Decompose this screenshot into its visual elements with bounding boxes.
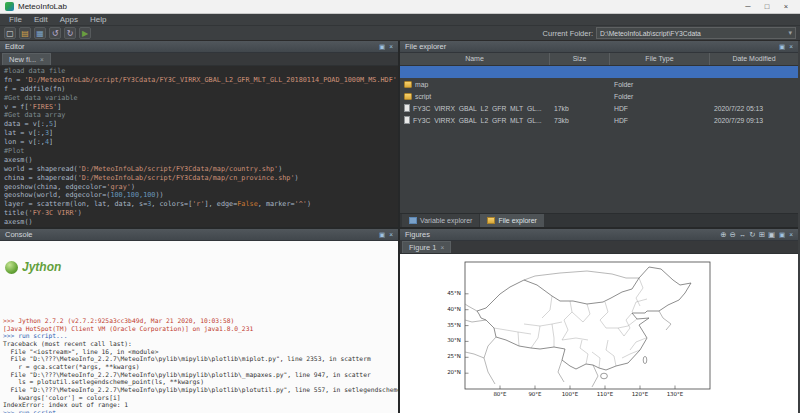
grid-icon[interactable]: ⊞: [759, 230, 765, 240]
editor-panel: Editor ▣ × New fi... × #load data filefn…: [0, 41, 398, 229]
tab-label: File explorer: [498, 217, 537, 224]
code-line: geoshow(china, edgecolor='gray'): [4, 183, 398, 192]
x-tick-label: 100°E: [553, 391, 587, 397]
code-lines[interactable]: #load data filefn = 'D:/MeteoInfoLab/scr…: [0, 66, 398, 227]
close-icon[interactable]: ×: [441, 244, 445, 251]
close-icon[interactable]: ×: [40, 56, 44, 63]
panel-close-icon[interactable]: ×: [389, 230, 393, 240]
file-row[interactable]: script Folder: [400, 90, 798, 102]
file-type: HDF: [610, 105, 710, 112]
panel-close-icon[interactable]: ×: [789, 42, 793, 52]
zoom-in-icon[interactable]: ⊕: [720, 230, 726, 240]
console-output: >>> Jython 2.7.2 (v2.7.2:925a3cc3b49d, M…: [3, 294, 398, 413]
column-header[interactable]: Name: [400, 53, 550, 65]
code-line: data = v[:,5]: [4, 120, 398, 129]
figure-toolbar: ⊕⊖↔↻⊞▣: [720, 230, 775, 240]
panel-close-icon[interactable]: ×: [789, 230, 793, 240]
jython-wordmark: Jython: [22, 264, 61, 272]
console-line: IndexError: index out of range: 1: [3, 401, 398, 409]
file-explorer-panel: File explorer ▣ × NameSizeFile TypeDate …: [400, 41, 798, 229]
explorer-tabs: Variable explorer File explorer: [400, 213, 798, 227]
open-file-icon[interactable]: ▤: [19, 27, 31, 39]
toolbar-icons: ▢▤▦↺↻▶: [4, 27, 91, 39]
code-line: f = addfile(fn): [4, 85, 398, 94]
file-size: 17kb: [550, 105, 610, 112]
title-bar: MeteoInfoLab ─ □ ×: [0, 0, 800, 14]
save-icon[interactable]: ▦: [34, 27, 46, 39]
file-type: HDF: [610, 117, 710, 124]
x-tick-label: 110°E: [588, 391, 622, 397]
file-name: script: [415, 93, 431, 100]
zoom-out-icon[interactable]: ⊖: [730, 230, 736, 240]
editor-tab-row: New fi... ×: [0, 53, 398, 66]
panel-float-icon[interactable]: ▣: [779, 230, 785, 240]
menu-item[interactable]: File: [3, 15, 28, 24]
menu-item[interactable]: Help: [84, 15, 112, 24]
figures-header: Figures ⊕⊖↔↻⊞▣ ▣ ×: [400, 229, 798, 241]
current-folder-combobox[interactable]: D:\MeteoInfoLab\script\FY3Cdata ▾: [596, 27, 796, 39]
close-button[interactable]: ×: [777, 1, 795, 13]
panel-float-icon[interactable]: ▣: [379, 42, 385, 52]
tab-figure-1[interactable]: Figure 1 ×: [402, 241, 451, 253]
console-line: Traceback (most recent call last):: [3, 340, 398, 348]
axes-box: [465, 262, 710, 389]
file-explorer-header: File explorer ▣ ×: [400, 41, 798, 53]
file-row[interactable]: [400, 66, 798, 78]
right-column: File explorer ▣ × NameSizeFile TypeDate …: [400, 41, 798, 413]
maximize-button[interactable]: □: [758, 1, 776, 13]
rotate-icon[interactable]: ↻: [749, 230, 755, 240]
save-figure-icon[interactable]: ▣: [768, 230, 775, 240]
minimize-button[interactable]: ─: [739, 1, 757, 13]
file-size: 73kb: [550, 117, 610, 124]
panel-close-icon[interactable]: ×: [389, 42, 393, 52]
file-name: map: [415, 81, 428, 88]
tab-icon: [409, 217, 417, 224]
menu-bar: FileEditAppsHelp: [0, 14, 800, 26]
figure-canvas[interactable]: 80°E90°E100°E110°E120°E130°E 45°N40°N35°…: [400, 254, 798, 413]
tab-variable-explorer[interactable]: Variable explorer: [402, 214, 479, 227]
undo-icon[interactable]: ↺: [49, 27, 61, 39]
file-row[interactable]: FY3C_VIRRX_GBAL_L2_GFR_MLT_GL... 17kb HD…: [400, 102, 798, 114]
panel-float-icon[interactable]: ▣: [379, 230, 385, 240]
current-folder-label: Current Folder:: [543, 29, 593, 38]
pan-icon[interactable]: ↔: [739, 230, 747, 240]
redo-icon[interactable]: ↻: [64, 27, 76, 39]
x-tick-label: 80°E: [483, 391, 517, 397]
file-type-icon: [404, 104, 410, 112]
code-line: lat = v[:,3]: [4, 129, 398, 138]
file-date: 2020/7/29 09:13: [710, 117, 798, 124]
window-controls: ─ □ ×: [739, 1, 795, 13]
panel-float-icon[interactable]: ▣: [779, 42, 785, 52]
console-line: File "D:\???\MeteoInfo_2.2.7\MeteoInfo\p…: [3, 355, 398, 363]
file-type-icon: [404, 116, 410, 124]
column-header[interactable]: Size: [550, 53, 610, 65]
console-panel: Console ▣ × Jython >>> Jython 2.7.2 (v2.…: [0, 229, 398, 413]
new-file-icon[interactable]: ▢: [4, 27, 16, 39]
console-body[interactable]: Jython >>> Jython 2.7.2 (v2.7.2:925a3cc3…: [0, 241, 398, 413]
panel-title: Console: [5, 230, 33, 239]
tab-new-file[interactable]: New fi... ×: [2, 53, 51, 65]
file-row[interactable]: FY3C_VIRRX_GBAL_L2_GFR_MLT_GL... 73kb HD…: [400, 114, 798, 126]
menu-item[interactable]: Edit: [28, 15, 54, 24]
chevron-down-icon[interactable]: ▾: [788, 29, 792, 37]
main-area: Editor ▣ × New fi... × #load data filefn…: [0, 41, 800, 413]
console-line: r = gca.scatter(*args, **kwargs): [3, 363, 398, 371]
file-row[interactable]: map Folder: [400, 78, 798, 90]
file-type-icon: [404, 93, 412, 100]
code-line: axesm(): [4, 218, 398, 227]
y-tick-label: 35°N: [428, 322, 461, 328]
column-header[interactable]: Date Modified: [710, 53, 798, 65]
menu-item[interactable]: Apps: [54, 15, 84, 24]
run-script-icon[interactable]: ▶: [79, 27, 91, 39]
console-line: >>> run script...: [3, 409, 398, 413]
code-line: world = shaperead('D:/MeteoInfoLab/scrip…: [4, 165, 398, 174]
column-header[interactable]: File Type: [610, 53, 710, 65]
code-line: geoshow(world, edgecolor=(100,100,100)): [4, 191, 398, 200]
console-line: [Java HotSpot(TM) Client VM (Oracle Corp…: [3, 325, 398, 333]
tab-label: Variable explorer: [420, 217, 472, 224]
tab-file-explorer[interactable]: File explorer: [480, 214, 544, 227]
app-window: MeteoInfoLab ─ □ × FileEditAppsHelp ▢▤▦↺…: [0, 0, 800, 413]
editor-panel-header: Editor ▣ ×: [0, 41, 398, 53]
tab-icon: [487, 217, 495, 224]
file-name: FY3C_VIRRX_GBAL_L2_GFR_MLT_GL...: [413, 105, 542, 112]
